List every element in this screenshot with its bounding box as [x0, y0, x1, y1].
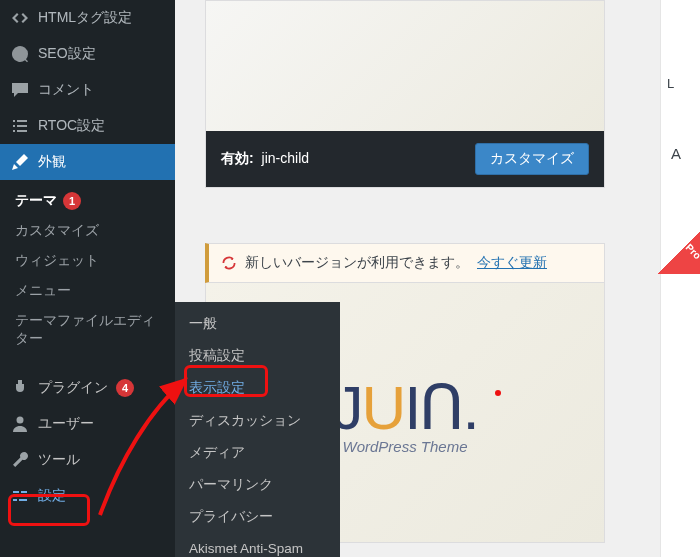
brush-icon: [10, 152, 30, 172]
flyout-item-permalinks[interactable]: パーマリンク: [175, 469, 340, 501]
submenu-item-label: テーマファイルエディター: [15, 312, 165, 348]
submenu-item-menus[interactable]: メニュー: [0, 276, 175, 306]
jin-logo: JUIՈ.: [332, 371, 477, 444]
sidebar-item-label: 外観: [38, 153, 66, 171]
sidebar-item-plugins[interactable]: プラグイン 4: [0, 370, 175, 406]
pro-ribbon: Pro: [658, 232, 700, 274]
admin-sidebar: HTMLタグ設定 SEO設定 コメント RTOC設定 外観 テーマ 1 カスタマ…: [0, 0, 175, 557]
flyout-item-privacy[interactable]: プライバシー: [175, 501, 340, 533]
submenu-item-themes[interactable]: テーマ 1: [0, 186, 175, 216]
sidebar-item-comments[interactable]: コメント: [0, 72, 175, 108]
cropped-text: L: [667, 76, 674, 91]
flyout-item-label: メディア: [189, 445, 245, 460]
submenu-item-customize[interactable]: カスタマイズ: [0, 216, 175, 246]
sliders-icon: [10, 486, 30, 506]
sidebar-item-label: RTOC設定: [38, 117, 105, 135]
active-theme-name: 有効: jin-child: [221, 150, 309, 168]
submenu-item-label: テーマ: [15, 192, 57, 210]
submenu-item-widgets[interactable]: ウィジェット: [0, 246, 175, 276]
sidebar-item-html-tag[interactable]: HTMLタグ設定: [0, 0, 175, 36]
active-prefix: 有効:: [221, 150, 254, 166]
gear-icon: [10, 44, 30, 64]
submenu-item-label: メニュー: [15, 282, 71, 300]
sidebar-item-label: ユーザー: [38, 415, 94, 433]
theme-update-notice: 新しいバージョンが利用できます。 今すぐ更新: [205, 243, 605, 283]
sidebar-item-label: ツール: [38, 451, 80, 469]
settings-flyout: 一般 投稿設定 表示設定 ディスカッション メディア パーマリンク プライバシー…: [175, 302, 340, 557]
sidebar-item-settings[interactable]: 設定: [0, 478, 175, 514]
theme-preview[interactable]: [206, 1, 604, 131]
flyout-item-discussion[interactable]: ディスカッション: [175, 405, 340, 437]
update-badge: 1: [63, 192, 81, 210]
flyout-item-label: 表示設定: [189, 380, 245, 395]
submenu-item-theme-editor[interactable]: テーマファイルエディター: [0, 306, 175, 354]
theme-name-text: jin-child: [262, 150, 309, 166]
appearance-submenu: テーマ 1 カスタマイズ ウィジェット メニュー テーマファイルエディター: [0, 180, 175, 360]
flyout-item-label: Akismet Anti-Spam: [189, 541, 303, 556]
update-text: 新しいバージョンが利用できます。: [245, 254, 469, 272]
flyout-item-reading[interactable]: 表示設定: [175, 372, 340, 404]
sidebar-item-appearance[interactable]: 外観: [0, 144, 175, 180]
flyout-item-general[interactable]: 一般: [175, 308, 340, 340]
comment-icon: [10, 80, 30, 100]
wrench-icon: [10, 450, 30, 470]
flyout-item-label: プライバシー: [189, 509, 273, 524]
submenu-item-label: カスタマイズ: [15, 222, 99, 240]
annotation-dot: [495, 390, 501, 396]
list-icon: [10, 116, 30, 136]
sidebar-item-tools[interactable]: ツール: [0, 442, 175, 478]
flyout-item-writing[interactable]: 投稿設定: [175, 340, 340, 372]
sidebar-item-label: 設定: [38, 487, 66, 505]
flyout-item-akismet[interactable]: Akismet Anti-Spam (アンチスパム): [175, 533, 340, 557]
update-icon: [221, 255, 237, 271]
cropped-text: A: [671, 145, 681, 162]
flyout-item-label: 投稿設定: [189, 348, 245, 363]
sidebar-item-rtoc[interactable]: RTOC設定: [0, 108, 175, 144]
sidebar-item-label: HTMLタグ設定: [38, 9, 132, 27]
right-sidebar-crop: L A Pro: [660, 0, 700, 557]
customize-button[interactable]: カスタマイズ: [475, 143, 589, 175]
flyout-item-media[interactable]: メディア: [175, 437, 340, 469]
flyout-item-label: ディスカッション: [189, 413, 301, 428]
sidebar-item-label: SEO設定: [38, 45, 96, 63]
plug-icon: [10, 378, 30, 398]
user-icon: [10, 414, 30, 434]
flyout-item-label: パーマリンク: [189, 477, 273, 492]
sidebar-item-seo[interactable]: SEO設定: [0, 36, 175, 72]
submenu-item-label: ウィジェット: [15, 252, 99, 270]
svg-point-0: [17, 417, 24, 424]
sidebar-item-users[interactable]: ユーザー: [0, 406, 175, 442]
sidebar-item-label: コメント: [38, 81, 94, 99]
active-theme-bar: 有効: jin-child カスタマイズ: [206, 131, 604, 187]
active-theme-card: 有効: jin-child カスタマイズ: [205, 0, 605, 188]
update-badge: 4: [116, 379, 134, 397]
sidebar-item-label: プラグイン: [38, 379, 108, 397]
code-icon: [10, 8, 30, 28]
flyout-item-label: 一般: [189, 316, 217, 331]
update-now-link[interactable]: 今すぐ更新: [477, 254, 547, 272]
